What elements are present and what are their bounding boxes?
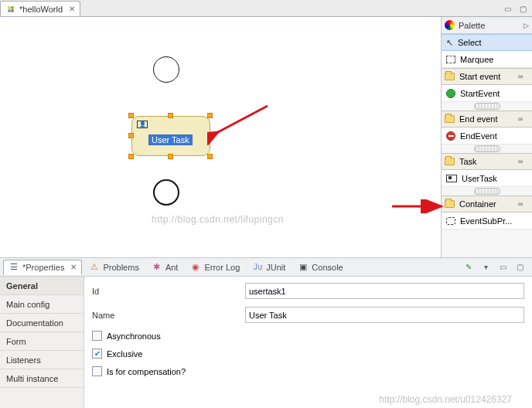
props-cat-multiinstance[interactable]: Multi instance [0, 369, 84, 388]
view-tab-label: JUnit [266, 263, 285, 272]
palette-scroll-grip[interactable] [474, 188, 500, 195]
palette-item-label: Marquee [460, 55, 493, 64]
start-event-node[interactable] [153, 56, 179, 83]
resize-handle[interactable] [168, 154, 173, 159]
end-event-icon [446, 131, 455, 141]
palette-scroll-grip[interactable] [474, 145, 500, 152]
svg-point-3 [11, 9, 14, 12]
props-cat-documentation[interactable]: Documentation [0, 314, 84, 332]
props-cat-general[interactable]: General [0, 277, 84, 295]
maximize-icon[interactable]: ▢ [517, 2, 529, 15]
user-task-label[interactable]: User Task [149, 135, 192, 144]
close-icon[interactable]: ✕ [69, 5, 75, 13]
palette-category-label: Task [459, 157, 477, 166]
process-canvas[interactable]: 👤 User Task http:/ [0, 17, 441, 257]
folder-icon [445, 200, 455, 208]
editor-tabs-bar: *helloWorld ✕ ▭ ▢ [0, 0, 532, 17]
process-file-icon [5, 4, 16, 15]
annotation-arrow-icon [207, 102, 269, 145]
palette-expand-icon[interactable]: ▷ [523, 22, 529, 29]
palette-select-tool[interactable]: ↖ Select [442, 34, 532, 51]
palette-category-label: Start event [459, 72, 500, 81]
editor-tab-helloworld[interactable]: *helloWorld ✕ [0, 1, 80, 16]
props-cat-form[interactable]: Form [0, 332, 84, 351]
maximize-icon[interactable]: ▢ [513, 261, 526, 274]
view-tab-label: Error Log [204, 263, 240, 272]
views-toolbar: ✎ ▾ ▭ ▢ [462, 261, 529, 274]
view-menu-icon[interactable]: ▾ [479, 261, 492, 274]
view-tab-label: *Properties [22, 263, 64, 272]
svg-line-5 [217, 106, 268, 133]
watermark-text: http://blog.csdn.net/lifupingcn [152, 214, 284, 225]
resize-handle[interactable] [207, 154, 213, 159]
editor-tab-title: *helloWorld [19, 5, 63, 14]
field-label-name: Name [92, 311, 245, 320]
exclusive-checkbox[interactable]: ✔ [92, 348, 102, 359]
view-tab-console[interactable]: ▣ Console [292, 260, 348, 275]
palette-scroll-grip[interactable] [474, 103, 500, 110]
palette-item-label: EventSubPr... [460, 216, 512, 226]
annotation-arrow-icon [390, 199, 446, 213]
subprocess-icon [446, 217, 455, 225]
view-tab-errorlog[interactable]: ◉ Error Log [185, 260, 245, 275]
minimize-icon[interactable]: ▭ [501, 2, 513, 15]
palette-category-container[interactable]: Container ∞ [442, 196, 532, 212]
close-icon[interactable]: ✕ [70, 263, 77, 271]
view-tab-problems[interactable]: ⚠ Problems [84, 260, 144, 275]
folder-icon [445, 73, 455, 80]
palette-start-event[interactable]: StartEvent [442, 85, 532, 102]
svg-point-1 [11, 6, 14, 9]
palette-header[interactable]: Palette ▷ [442, 17, 532, 34]
folder-icon [445, 158, 455, 165]
user-task-node[interactable]: 👤 User Task [131, 116, 210, 156]
palette-end-event[interactable]: EndEvent [442, 128, 532, 144]
resize-handle[interactable] [207, 113, 213, 118]
problems-icon: ⚠ [89, 262, 100, 273]
marquee-icon [446, 56, 455, 63]
view-tab-label: Console [312, 263, 343, 272]
compensation-label: Is for compensation? [107, 367, 186, 376]
palette-item-label: UserTask [462, 174, 497, 183]
palette-wheel-icon [445, 20, 455, 30]
junit-icon: Jᴜ [252, 262, 263, 273]
palette-user-task[interactable]: UserTask [442, 170, 532, 187]
resize-handle[interactable] [207, 133, 213, 138]
error-log-icon: ◉ [190, 262, 201, 273]
resize-handle[interactable] [128, 154, 134, 159]
palette-category-end[interactable]: End event ∞ [442, 110, 532, 128]
props-cat-mainconfig[interactable]: Main config [0, 295, 84, 314]
compensation-checkbox[interactable] [92, 366, 102, 376]
palette-category-start[interactable]: Start event ∞ [442, 68, 532, 85]
palette-category-task[interactable]: Task ∞ [442, 153, 532, 170]
exclusive-label: Exclusive [107, 349, 142, 359]
editor-tabs-right: ▭ ▢ [501, 2, 532, 16]
palette-item-label: StartEvent [460, 89, 500, 98]
collapse-icon[interactable]: ∞ [518, 200, 529, 209]
asynchronous-checkbox[interactable] [92, 331, 102, 341]
resize-handle[interactable] [128, 113, 134, 118]
properties-categories: General Main config Documentation Form L… [0, 277, 84, 408]
field-label-id: Id [92, 287, 245, 296]
view-tab-ant[interactable]: ✱ Ant [146, 260, 184, 275]
resize-handle[interactable] [168, 113, 173, 118]
collapse-icon[interactable]: ∞ [518, 115, 529, 124]
new-view-icon[interactable]: ✎ [462, 261, 475, 274]
view-tab-label: Ant [165, 263, 179, 272]
cursor-icon: ↖ [446, 38, 453, 48]
palette-item-label: EndEvent [460, 131, 497, 141]
palette-event-subprocess[interactable]: EventSubPr... [442, 212, 532, 230]
id-field[interactable] [245, 283, 524, 299]
ant-icon: ✱ [152, 262, 162, 273]
resize-handle[interactable] [128, 133, 134, 138]
collapse-icon[interactable]: ∞ [518, 73, 529, 81]
minimize-icon[interactable]: ▭ [496, 261, 509, 274]
view-tab-properties[interactable]: ☰ *Properties ✕ [3, 260, 82, 275]
props-cat-listeners[interactable]: Listeners [0, 351, 84, 369]
palette-marquee-tool[interactable]: Marquee [442, 51, 532, 68]
view-tab-junit[interactable]: Jᴜ JUnit [247, 260, 291, 275]
svg-point-0 [8, 6, 11, 9]
end-event-node[interactable] [153, 179, 179, 206]
properties-fields: Id Name Asynchronous ✔ Exclusive Is for … [84, 277, 532, 408]
name-field[interactable] [245, 307, 524, 323]
collapse-icon[interactable]: ∞ [518, 158, 529, 166]
